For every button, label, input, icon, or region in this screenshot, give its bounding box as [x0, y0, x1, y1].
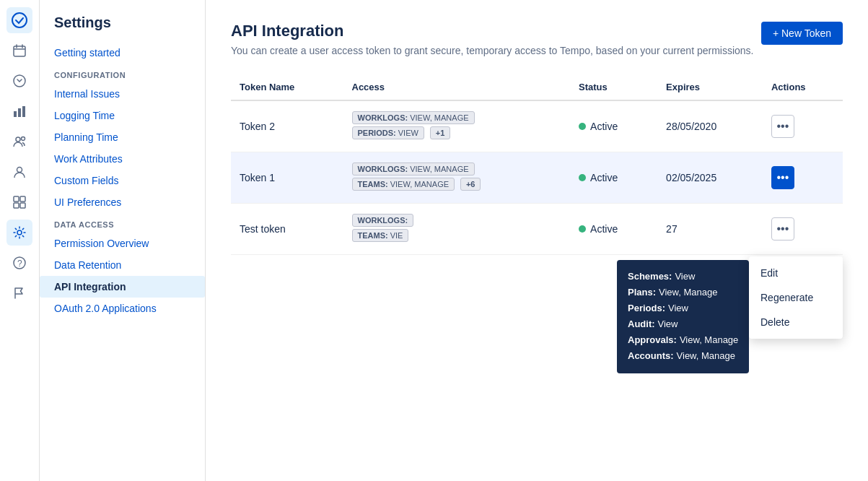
svg-rect-1 [14, 46, 25, 56]
svg-rect-12 [20, 203, 25, 208]
help-icon[interactable]: ? [6, 250, 32, 276]
tooltip-row-periods: Periods: View [628, 300, 738, 316]
token-name: Test token [231, 204, 343, 255]
svg-rect-5 [22, 106, 25, 117]
gear-icon[interactable] [6, 220, 32, 246]
nav-item-oauth[interactable]: OAuth 2.0 Applications [40, 298, 205, 319]
users-icon[interactable] [6, 129, 32, 155]
context-menu-edit[interactable]: Edit [749, 261, 843, 285]
status-label: Active [590, 121, 618, 132]
nav-item-logging-time[interactable]: Logging Time [40, 105, 205, 126]
col-token-name: Token Name [231, 74, 343, 100]
chart-icon[interactable] [6, 98, 32, 124]
tag-teams: TEAMS: VIEW, MANAGE [352, 178, 455, 191]
nav-item-internal-issues[interactable]: Internal Issues [40, 83, 205, 105]
left-nav: Settings Getting started CONFIGURATION I… [40, 0, 206, 481]
actions-button-active[interactable]: ••• [771, 166, 794, 189]
tooltip-row-plans: Plans: View, Manage [628, 285, 738, 300]
status-dot-active [579, 225, 586, 233]
token-expires: 27 [657, 204, 763, 255]
nav-section-configuration: CONFIGURATION [40, 64, 205, 83]
svg-point-13 [17, 230, 22, 235]
table-row: Token 1 WORKLOGS: VIEW, MANAGE TEAMS: VI… [231, 152, 843, 204]
nav-item-getting-started[interactable]: Getting started [40, 42, 205, 64]
grid-icon[interactable] [6, 189, 32, 215]
token-name: Token 1 [231, 152, 343, 204]
col-actions: Actions [763, 74, 843, 100]
page-title: API Integration [231, 22, 843, 40]
svg-point-8 [17, 168, 22, 173]
token-table: Token Name Access Status Expires Actions… [231, 74, 843, 255]
svg-point-6 [16, 137, 20, 142]
status-label: Active [590, 223, 618, 235]
tooltip-row-audit: Audit: View [628, 316, 738, 332]
tag-teams: TEAMS: VIE [352, 229, 409, 242]
context-menu-delete[interactable]: Delete [749, 310, 843, 334]
context-menu-regenerate[interactable]: Regenerate [749, 285, 843, 310]
tooltip-row-accounts: Accounts: View, Manage [628, 348, 738, 364]
tooltip-popup: Schemes: View Plans: View, Manage Period… [617, 260, 749, 373]
tag-more: +6 [460, 178, 481, 191]
svg-rect-9 [14, 196, 19, 202]
tag-more: +1 [430, 126, 451, 139]
token-expires: 28/05/2020 [657, 100, 763, 152]
svg-rect-4 [18, 108, 21, 117]
token-access: WORKLOGS: TEAMS: VIE [343, 204, 571, 255]
nav-item-permission-overview[interactable]: Permission Overview [40, 233, 205, 254]
chevrons-icon[interactable] [6, 68, 32, 94]
token-expires: 02/05/2025 [657, 152, 763, 204]
flag-icon[interactable] [6, 280, 32, 306]
context-menu: Edit Regenerate Delete [749, 256, 843, 339]
token-access: WORKLOGS: VIEW, MANAGE TEAMS: VIEW, MANA… [343, 152, 571, 204]
new-token-button[interactable]: + New Token [761, 22, 843, 45]
nav-section-data-access: DATA ACCESS [40, 213, 205, 233]
token-name: Token 2 [231, 100, 343, 152]
actions-button[interactable]: ••• [771, 217, 794, 240]
person-icon[interactable] [6, 159, 32, 185]
calendar-icon[interactable] [6, 38, 32, 64]
svg-rect-11 [14, 203, 19, 208]
nav-item-planning-time[interactable]: Planning Time [40, 126, 205, 148]
svg-point-7 [22, 137, 25, 141]
nav-item-api-integration[interactable]: API Integration [40, 276, 205, 298]
main-content: API Integration You can create a user ac… [206, 0, 868, 481]
page-subtitle: You can create a user access token to gr… [231, 45, 843, 56]
tag-periods: PERIODS: VIEW [352, 126, 424, 139]
status-dot-active [579, 174, 586, 181]
tag-worklogs: WORKLOGS: [352, 214, 414, 227]
nav-item-custom-fields[interactable]: Custom Fields [40, 170, 205, 191]
token-status: Active [570, 100, 657, 152]
col-access: Access [343, 74, 571, 100]
status-dot-active [579, 123, 586, 130]
table-row: Token 2 WORKLOGS: VIEW, MANAGE PERIODS: … [231, 100, 843, 152]
token-actions: ••• [763, 100, 843, 152]
col-expires: Expires [657, 74, 763, 100]
token-access: WORKLOGS: VIEW, MANAGE PERIODS: VIEW +1 [343, 100, 571, 152]
tag-worklogs: WORKLOGS: VIEW, MANAGE [352, 111, 475, 124]
nav-item-ui-preferences[interactable]: UI Preferences [40, 191, 205, 213]
token-status: Active [570, 152, 657, 204]
nav-item-work-attributes[interactable]: Work Attributes [40, 148, 205, 170]
table-row: Test token WORKLOGS: TEAMS: VIE Active 2… [231, 204, 843, 255]
svg-rect-3 [14, 111, 17, 117]
token-actions: ••• [763, 204, 843, 255]
nav-item-data-retention[interactable]: Data Retention [40, 254, 205, 276]
actions-button[interactable]: ••• [771, 115, 794, 138]
tooltip-row-schemes: Schemes: View [628, 269, 738, 285]
status-label: Active [590, 172, 618, 183]
tooltip-row-approvals: Approvals: View, Manage [628, 332, 738, 348]
svg-rect-10 [20, 196, 25, 202]
token-actions: ••• [763, 152, 843, 204]
svg-text:?: ? [17, 259, 22, 269]
tag-worklogs: WORKLOGS: VIEW, MANAGE [352, 162, 475, 176]
check-circle-icon[interactable] [6, 7, 32, 33]
icon-sidebar: ? [0, 0, 40, 481]
svg-point-0 [12, 13, 27, 27]
nav-title: Settings [40, 11, 205, 42]
token-status: Active [570, 204, 657, 255]
col-status: Status [570, 74, 657, 100]
